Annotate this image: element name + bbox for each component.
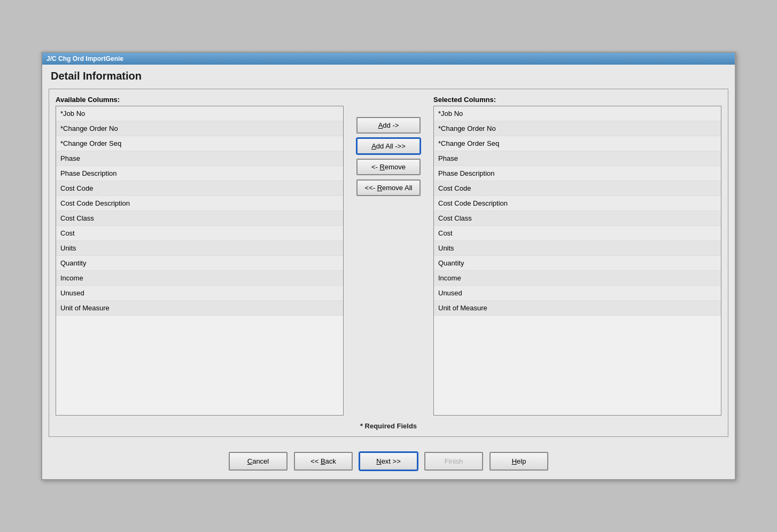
list-item[interactable]: *Job No bbox=[434, 106, 721, 121]
required-note: * Required Fields bbox=[56, 422, 721, 430]
list-item[interactable]: Phase Description bbox=[434, 166, 721, 181]
list-item[interactable]: Cost Class bbox=[434, 211, 721, 226]
list-item[interactable]: Cost Code bbox=[56, 181, 343, 196]
list-item[interactable]: Phase Description bbox=[56, 166, 343, 181]
available-columns-label: Available Columns: bbox=[56, 96, 344, 104]
help-button[interactable]: Help bbox=[489, 452, 548, 471]
remove-all-button[interactable]: <<- Remove All bbox=[356, 179, 421, 196]
page-title: Detail Information bbox=[42, 65, 735, 87]
list-item[interactable]: *Change Order No bbox=[434, 121, 721, 136]
add-underline: Add -> bbox=[378, 121, 399, 129]
list-item[interactable]: Unused bbox=[434, 286, 721, 301]
main-window: J/C Chg Ord ImportGenie Detail Informati… bbox=[41, 52, 736, 480]
list-item[interactable]: Income bbox=[434, 271, 721, 286]
add-all-underline: Add All ->> bbox=[371, 142, 406, 150]
next-button[interactable]: Next >> bbox=[359, 452, 418, 471]
title-bar-label: J/C Chg Ord ImportGenie bbox=[46, 55, 123, 62]
list-item[interactable]: *Change Order No bbox=[56, 121, 343, 136]
list-item[interactable]: Unit of Measure bbox=[434, 301, 721, 316]
list-item[interactable]: Phase bbox=[434, 151, 721, 166]
list-item[interactable]: *Change Order Seq bbox=[56, 136, 343, 151]
available-columns-list[interactable]: *Job No*Change Order No*Change Order Seq… bbox=[56, 106, 344, 416]
list-item[interactable]: Unit of Measure bbox=[56, 301, 343, 316]
list-item[interactable]: Cost Class bbox=[56, 211, 343, 226]
action-buttons-section: Add -> Add All ->> <- Remove <<- Remove … bbox=[344, 96, 433, 196]
available-columns-section: Available Columns: *Job No*Change Order … bbox=[56, 96, 344, 416]
list-item[interactable]: Income bbox=[56, 271, 343, 286]
list-item[interactable]: *Job No bbox=[56, 106, 343, 121]
list-item[interactable]: *Change Order Seq bbox=[434, 136, 721, 151]
add-all-button[interactable]: Add All ->> bbox=[356, 138, 421, 154]
list-item[interactable]: Phase bbox=[56, 151, 343, 166]
list-item[interactable]: Units bbox=[56, 241, 343, 256]
selected-columns-list[interactable]: *Job No*Change Order No*Change Order Seq… bbox=[433, 106, 721, 416]
footer-buttons: Cancel << Back Next >> Finish Help bbox=[42, 443, 735, 479]
list-item[interactable]: Cost Code bbox=[434, 181, 721, 196]
title-bar: J/C Chg Ord ImportGenie bbox=[42, 53, 735, 65]
list-item[interactable]: Cost bbox=[56, 226, 343, 241]
selected-columns-label: Selected Columns: bbox=[433, 96, 721, 104]
main-panel: Available Columns: *Job No*Change Order … bbox=[49, 89, 728, 437]
list-item[interactable]: Units bbox=[434, 241, 721, 256]
finish-button: Finish bbox=[424, 452, 483, 471]
list-item[interactable]: Unused bbox=[56, 286, 343, 301]
list-item[interactable]: Quantity bbox=[56, 256, 343, 271]
selected-columns-section: Selected Columns: *Job No*Change Order N… bbox=[433, 96, 721, 416]
list-item[interactable]: Cost Code Description bbox=[56, 196, 343, 211]
back-button[interactable]: << Back bbox=[294, 452, 353, 471]
columns-area: Available Columns: *Job No*Change Order … bbox=[56, 96, 721, 416]
cancel-button[interactable]: Cancel bbox=[229, 452, 288, 471]
list-item[interactable]: Cost bbox=[434, 226, 721, 241]
remove-button[interactable]: <- Remove bbox=[356, 159, 421, 175]
list-item[interactable]: Quantity bbox=[434, 256, 721, 271]
list-item[interactable]: Cost Code Description bbox=[434, 196, 721, 211]
add-button[interactable]: Add -> bbox=[356, 117, 421, 134]
